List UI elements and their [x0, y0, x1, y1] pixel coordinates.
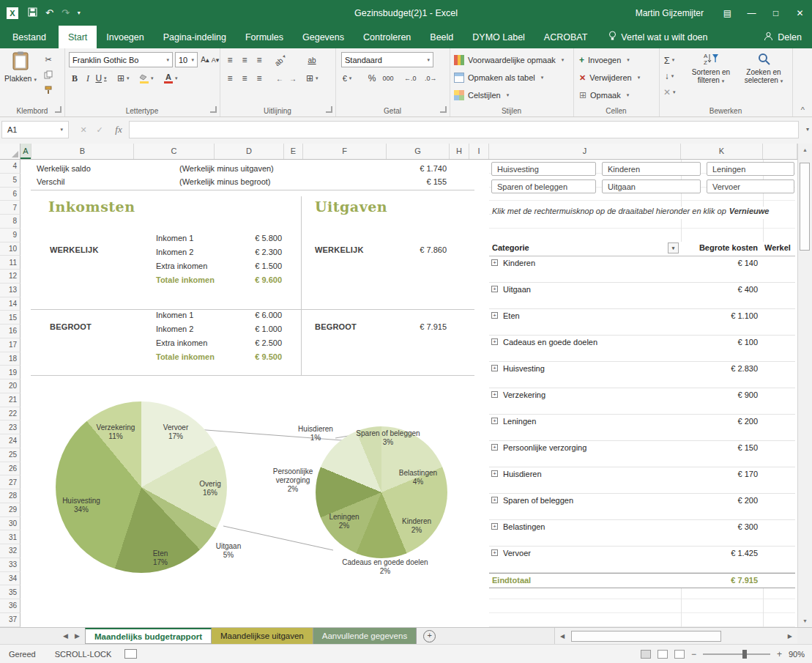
pivot-row-belastingen[interactable]: +Belastingen€ 300: [489, 520, 795, 547]
page-break-view-icon[interactable]: [674, 650, 685, 659]
slicer-sparen-of-beleggen[interactable]: Sparen of beleggen: [491, 179, 596, 193]
align-center-icon[interactable]: ≡: [239, 71, 250, 86]
pivot-row-leningen[interactable]: +Leningen€ 200: [489, 415, 795, 441]
insert-cells-button[interactable]: + Invoegen: [579, 53, 630, 67]
row-header-12[interactable]: 12: [0, 270, 21, 284]
zoom-in-icon[interactable]: +: [777, 649, 782, 659]
row-header-11[interactable]: 11: [0, 256, 21, 270]
sheet-tab-aanvullende-gegevens[interactable]: Aanvullende gegevens: [313, 628, 417, 644]
pivot-row-sparen-of-beleggen[interactable]: +Sparen of beleggen€ 200: [489, 494, 795, 520]
minimize-button[interactable]: —: [740, 0, 764, 26]
expand-icon[interactable]: +: [491, 286, 498, 292]
column-header-H[interactable]: H: [450, 144, 469, 159]
ribbon-tab-beeld[interactable]: Beeld: [420, 26, 463, 48]
ribbon-tab-acrobat[interactable]: ACROBAT: [534, 26, 597, 48]
pivot-row-persoonlijke-verzorging[interactable]: +Persoonlijke verzorging€ 150: [489, 441, 795, 467]
row-header-18[interactable]: 18: [0, 352, 21, 366]
row-header-37[interactable]: 37: [0, 613, 21, 627]
row-header-23[interactable]: 23: [0, 421, 21, 434]
row-header-32[interactable]: 32: [0, 544, 21, 558]
ribbon-tab-start[interactable]: Start: [59, 26, 97, 48]
row-header-17[interactable]: 17: [0, 338, 21, 352]
ribbon-tab-pagina-indeling[interactable]: Pagina-indeling: [154, 26, 236, 48]
dialog-launcher-icon[interactable]: [55, 106, 62, 113]
ribbon-tab-invoegen[interactable]: Invoegen: [97, 26, 153, 48]
share-button[interactable]: Delen: [764, 26, 802, 48]
font-color-icon[interactable]: A: [164, 71, 178, 86]
expand-icon[interactable]: +: [491, 312, 498, 319]
decrease-decimal-icon[interactable]: .0→: [425, 71, 437, 86]
align-right-icon[interactable]: ≡: [253, 71, 265, 86]
row-header-21[interactable]: 21: [0, 393, 21, 407]
insert-function-icon[interactable]: fx: [110, 121, 127, 138]
formula-bar-expand-icon[interactable]: ▾: [806, 126, 809, 133]
collapse-ribbon-icon[interactable]: ^: [801, 105, 805, 114]
pivot-row-huisdieren[interactable]: +Huisdieren€ 170: [489, 467, 795, 494]
row-header-24[interactable]: 24: [0, 434, 21, 448]
vertical-scroll-thumb[interactable]: [800, 163, 810, 251]
row-header-6[interactable]: 6: [0, 188, 21, 201]
align-top-icon[interactable]: ≡: [224, 53, 236, 67]
wrap-text-icon[interactable]: ab: [306, 53, 318, 67]
find-select-button[interactable]: Zoeken en selecteren: [738, 52, 789, 85]
increase-indent-icon[interactable]: →: [287, 71, 299, 86]
delete-cells-button[interactable]: ✕ Verwijderen: [579, 70, 640, 85]
row-header-19[interactable]: 19: [0, 366, 21, 379]
slicer-kinderen[interactable]: Kinderen: [602, 162, 701, 176]
row-header-5[interactable]: 5: [0, 174, 21, 188]
decrease-indent-icon[interactable]: ←: [274, 71, 286, 86]
row-header-8[interactable]: 8: [0, 215, 21, 229]
expand-icon[interactable]: +: [491, 418, 498, 424]
zoom-out-icon[interactable]: −: [691, 649, 696, 659]
row-header-20[interactable]: 20: [0, 379, 21, 393]
row-header-27[interactable]: 27: [0, 475, 21, 489]
clear-icon[interactable]: ✕: [663, 85, 676, 100]
row-header-10[interactable]: 10: [0, 242, 21, 256]
row-header-13[interactable]: 13: [0, 284, 21, 297]
row-header-4[interactable]: 4: [0, 160, 21, 174]
user-name[interactable]: Martin Gijzemijter: [636, 8, 704, 18]
fill-icon[interactable]: ↓: [663, 69, 675, 84]
scroll-right-icon[interactable]: ▶: [784, 633, 796, 640]
row-header-14[interactable]: 14: [0, 297, 21, 311]
redo-icon[interactable]: ↷: [62, 7, 70, 18]
expand-icon[interactable]: +: [491, 444, 498, 451]
tab-bestand[interactable]: Bestand: [0, 26, 59, 48]
italic-button[interactable]: I: [82, 71, 94, 86]
column-header-G[interactable]: G: [387, 144, 450, 159]
row-header-15[interactable]: 15: [0, 311, 21, 325]
row-header-25[interactable]: 25: [0, 448, 21, 462]
fill-color-icon[interactable]: [139, 71, 154, 86]
scroll-down-icon[interactable]: ▼: [798, 615, 812, 627]
page-layout-view-icon[interactable]: [658, 650, 668, 659]
column-header-A[interactable]: A: [21, 144, 31, 159]
sheet-tab-maandelijks-budgetrapport[interactable]: Maandelijks budgetrapport: [85, 628, 212, 644]
row-header-35[interactable]: 35: [0, 585, 21, 599]
font-size-select[interactable]: 10 ▾: [175, 52, 198, 67]
row-header-34[interactable]: 34: [0, 572, 21, 586]
slicer-vervoer[interactable]: Vervoer: [707, 179, 794, 193]
scroll-up-icon[interactable]: ▲: [798, 144, 812, 156]
cell-styles-button[interactable]: Celstijlen: [454, 88, 509, 103]
format-as-table-button[interactable]: Opmaken als tabel: [454, 70, 543, 85]
maximize-button[interactable]: □: [764, 0, 788, 26]
format-cells-button[interactable]: ⊞ Opmaak: [579, 88, 629, 103]
pivot-row-vervoer[interactable]: +Vervoer€ 1.425: [489, 547, 795, 573]
number-format-select[interactable]: Standaard ▾: [341, 52, 433, 67]
row-header-29[interactable]: 29: [0, 503, 21, 517]
align-middle-icon[interactable]: ≡: [239, 53, 250, 67]
expand-icon[interactable]: +: [491, 497, 498, 503]
column-header-J[interactable]: J: [489, 144, 681, 159]
row-header-33[interactable]: 33: [0, 558, 21, 572]
tell-me[interactable]: Vertel wat u wilt doen: [608, 26, 707, 48]
horizontal-scroll-thumb[interactable]: [571, 631, 721, 642]
dialog-launcher-icon[interactable]: [326, 106, 332, 113]
ribbon-tab-gegevens[interactable]: Gegevens: [293, 26, 354, 48]
comma-style-icon[interactable]: 000: [382, 71, 394, 86]
row-header-26[interactable]: 26: [0, 462, 21, 476]
zoom-slider[interactable]: [703, 653, 770, 655]
sort-filter-button[interactable]: AZ Sorteren en filteren: [687, 52, 735, 85]
row-header-16[interactable]: 16: [0, 325, 21, 338]
column-header-F[interactable]: F: [303, 144, 387, 159]
slicer-leningen[interactable]: Leningen: [707, 162, 794, 176]
